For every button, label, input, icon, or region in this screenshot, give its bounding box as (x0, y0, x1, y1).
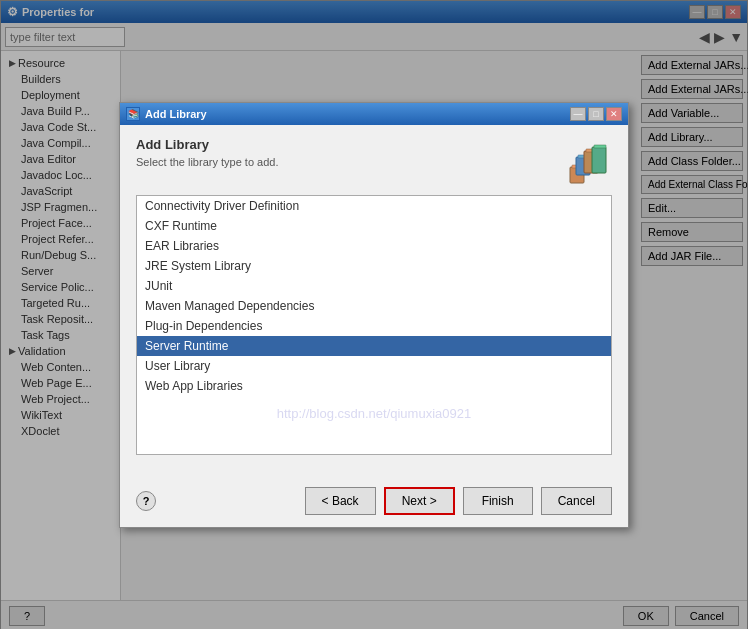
list-item-ear[interactable]: EAR Libraries (137, 236, 611, 256)
list-item-web-app[interactable]: Web App Libraries (137, 376, 611, 396)
list-item-server-runtime[interactable]: Server Runtime (137, 336, 611, 356)
dialog-body: Add Library Select the library type to a… (120, 125, 628, 479)
dialog-titlebar-left: 📚 Add Library (126, 107, 207, 121)
list-item-cxf[interactable]: CXF Runtime (137, 216, 611, 236)
dialog-titlebar-controls: — □ ✕ (570, 107, 622, 121)
dialog-header: Add Library Select the library type to a… (136, 137, 612, 185)
cancel-button[interactable]: Cancel (541, 487, 612, 515)
dialog-subtitle: Select the library type to add. (136, 156, 278, 168)
dialog-footer: ? < Back Next > Finish Cancel (120, 479, 628, 527)
list-item-maven[interactable]: Maven Managed Dependencies (137, 296, 611, 316)
list-item-plugin[interactable]: Plug-in Dependencies (137, 316, 611, 336)
dialog-title-icon: 📚 (126, 107, 140, 121)
dialog-overlay: 📚 Add Library — □ ✕ Add Library Select t… (0, 0, 748, 629)
add-library-dialog: 📚 Add Library — □ ✕ Add Library Select t… (119, 102, 629, 528)
watermark-text: http://blog.csdn.net/qiumuxia0921 (137, 406, 611, 421)
dialog-minimize-button[interactable]: — (570, 107, 586, 121)
books-icon (564, 137, 612, 185)
back-button[interactable]: < Back (305, 487, 376, 515)
dialog-footer-left: ? (136, 491, 156, 511)
dialog-title: Add Library (145, 108, 207, 120)
list-item-user-library[interactable]: User Library (137, 356, 611, 376)
dialog-footer-right: < Back Next > Finish Cancel (305, 487, 612, 515)
dialog-header-text: Add Library Select the library type to a… (136, 137, 278, 168)
dialog-help-button[interactable]: ? (136, 491, 156, 511)
dialog-titlebar: 📚 Add Library — □ ✕ (120, 103, 628, 125)
svg-rect-6 (592, 147, 606, 173)
dialog-heading: Add Library (136, 137, 278, 152)
list-item-connectivity[interactable]: Connectivity Driver Definition (137, 196, 611, 216)
list-item-jre[interactable]: JRE System Library (137, 256, 611, 276)
next-button[interactable]: Next > (384, 487, 455, 515)
list-item-junit[interactable]: JUnit (137, 276, 611, 296)
svg-rect-7 (594, 145, 606, 148)
dialog-close-button[interactable]: ✕ (606, 107, 622, 121)
library-list[interactable]: Connectivity Driver Definition CXF Runti… (136, 195, 612, 455)
books-svg (564, 137, 612, 185)
finish-button[interactable]: Finish (463, 487, 533, 515)
dialog-maximize-button[interactable]: □ (588, 107, 604, 121)
